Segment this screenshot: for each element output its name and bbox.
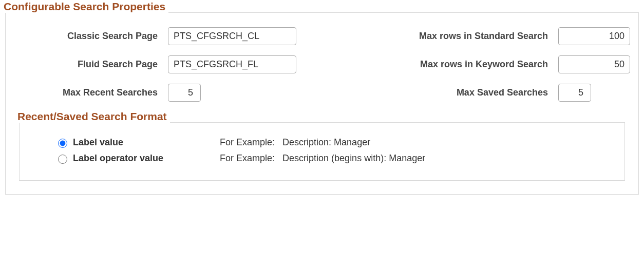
- max-rows-standard-cell: [558, 27, 635, 45]
- format-example-label-value: For Example: Description: Manager: [220, 137, 611, 148]
- example-prefix: For Example:: [220, 153, 275, 163]
- format-option-row-label-value: Label value For Example: Description: Ma…: [55, 137, 611, 148]
- classic-search-page-cell: [168, 27, 301, 45]
- example-prefix: For Example:: [220, 137, 275, 147]
- section-title: Configurable Search Properties: [4, 1, 168, 13]
- format-example-label-operator-value: For Example: Description (begins with): …: [220, 153, 611, 164]
- format-option-label-operator-value[interactable]: Label operator value: [55, 153, 220, 164]
- format-radio-label-value-text: Label value: [73, 137, 123, 148]
- format-option-label-value[interactable]: Label value: [55, 137, 220, 148]
- max-rows-standard-input[interactable]: [558, 27, 630, 45]
- max-recent-searches-input[interactable]: [168, 84, 201, 102]
- classic-search-page-label: Classic Search Page: [19, 31, 168, 42]
- max-rows-keyword-input[interactable]: [558, 55, 630, 73]
- properties-grid: Classic Search Page Max rows in Standard…: [19, 27, 625, 102]
- max-rows-keyword-cell: [558, 55, 635, 73]
- max-recent-searches-cell: [168, 84, 301, 102]
- configurable-search-properties-group: Configurable Search Properties Classic S…: [5, 12, 639, 195]
- format-section-title: Recent/Saved Search Format: [17, 110, 170, 123]
- max-rows-keyword-label: Max rows in Keyword Search: [363, 59, 558, 70]
- format-option-row-label-operator-value: Label operator value For Example: Descri…: [55, 153, 611, 164]
- max-saved-searches-input[interactable]: [558, 84, 591, 102]
- format-radio-label-operator-value[interactable]: [58, 155, 67, 164]
- classic-search-page-input[interactable]: [168, 27, 296, 45]
- max-rows-standard-label: Max rows in Standard Search: [363, 31, 558, 42]
- fluid-search-page-label: Fluid Search Page: [19, 59, 168, 70]
- example-text: Description: Manager: [282, 137, 370, 147]
- fluid-search-page-cell: [168, 55, 301, 73]
- fluid-search-page-input[interactable]: [168, 55, 296, 73]
- max-recent-searches-label: Max Recent Searches: [19, 87, 168, 98]
- format-radio-label-value[interactable]: [58, 139, 67, 148]
- example-text: Description (begins with): Manager: [282, 153, 425, 163]
- max-saved-searches-cell: [558, 84, 635, 102]
- format-radio-label-operator-value-text: Label operator value: [73, 153, 163, 164]
- max-saved-searches-label: Max Saved Searches: [363, 87, 558, 98]
- recent-saved-search-format-group: Recent/Saved Search Format Label value F…: [19, 122, 625, 181]
